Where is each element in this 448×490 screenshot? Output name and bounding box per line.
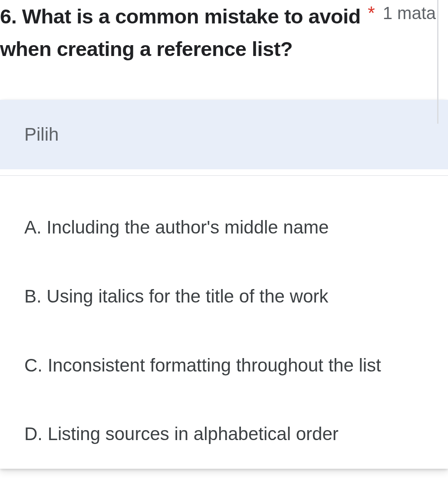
card-right-border (437, 0, 438, 124)
dropdown-option-b[interactable]: B. Using italics for the title of the wo… (0, 262, 448, 331)
dropdown-option-a[interactable]: A. Including the author's middle name (0, 193, 448, 262)
dropdown-menu: Pilih A. Including the author's middle n… (0, 100, 448, 468)
question-header: 6. What is a common mistake to avoid whe… (0, 0, 448, 82)
points-label: 1 mata (383, 3, 436, 23)
dropdown-option-d[interactable]: D. Listing sources in alphabetical order (0, 400, 448, 469)
dropdown-placeholder[interactable]: Pilih (0, 100, 448, 169)
dropdown-options-list: A. Including the author's middle name B.… (0, 176, 448, 468)
dropdown-option-c[interactable]: C. Inconsistent formatting throughout th… (0, 331, 448, 400)
points-wrapper: * 1 mata (368, 0, 448, 23)
question-text: 6. What is a common mistake to avoid whe… (0, 0, 368, 65)
required-star-icon: * (368, 3, 375, 23)
